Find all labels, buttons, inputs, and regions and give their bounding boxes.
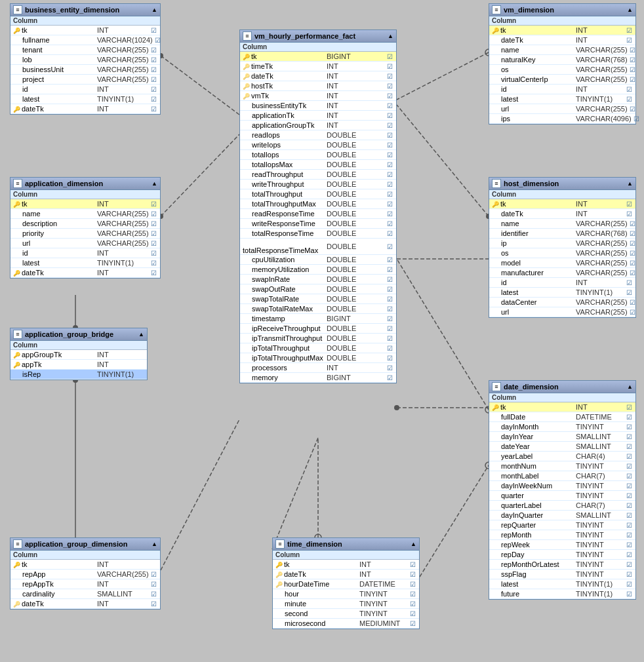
table-row-vm_hourly_performance_fact-24[interactable]: swapOutRateDOUBLE☑ xyxy=(240,284,396,294)
table-row-application_dimension-3[interactable]: descriptionVARCHAR(255)☑ xyxy=(10,219,160,229)
col-check-cell[interactable]: ☑ xyxy=(148,259,159,267)
table-row-vm_dimension-1[interactable]: 🔑tkINT☑ xyxy=(489,26,635,35)
col-check-cell[interactable]: ☑ xyxy=(407,590,418,598)
table-row-host_dimension-11[interactable]: dataCenterVARCHAR(255)☑ xyxy=(489,298,635,307)
table-row-business_entity_dimension-3[interactable]: tenantVARCHAR(255)☑ xyxy=(10,45,160,55)
col-check-cell[interactable]: ☑ xyxy=(384,334,395,342)
col-check-cell[interactable]: ☑ xyxy=(384,275,395,283)
table-row-vm_dimension-4[interactable]: naturalKeyVARCHAR(768)☑ xyxy=(489,55,635,65)
table-row-vm_hourly_performance_fact-25[interactable]: swapTotalRateDOUBLE☑ xyxy=(240,294,396,304)
table-row-host_dimension-4[interactable]: identifierVARCHAR(768)☑ xyxy=(489,229,635,239)
col-check-cell[interactable]: ☑ xyxy=(624,210,634,218)
col-check-cell[interactable]: ☑ xyxy=(624,570,634,578)
table-row-vm_hourly_performance_fact-8[interactable]: applicationGroupTkINT☑ xyxy=(240,121,396,130)
table-row-vm_hourly_performance_fact-15[interactable]: totalThroughputDOUBLE☑ xyxy=(240,189,396,199)
table-row-application_group_dimension-5[interactable]: 🔑dateTkINT☑ xyxy=(10,599,160,609)
col-check-cell[interactable]: ☑ xyxy=(624,452,634,460)
table-row-date_dimension-10[interactable]: quarterTINYINT☑ xyxy=(489,491,635,501)
table-header-host_dimension[interactable]: ≡host_dimension▲ xyxy=(489,178,635,190)
table-row-date_dimension-15[interactable]: repWeekTINYINT☑ xyxy=(489,540,635,550)
col-check-cell[interactable]: ☑ xyxy=(148,105,159,113)
table-row-vm_hourly_performance_fact-26[interactable]: swapTotalRateMaxDOUBLE☑ xyxy=(240,304,396,314)
col-check-cell[interactable]: ☑ xyxy=(628,105,638,113)
col-check-cell[interactable]: ☑ xyxy=(384,190,395,198)
table-header-application_group_bridge[interactable]: ≡application_group_bridge▲ xyxy=(10,328,147,341)
sort-icon-application_group_dimension[interactable]: ▲ xyxy=(151,541,157,547)
col-check-cell[interactable]: ☑ xyxy=(384,52,395,60)
table-row-vm_hourly_performance_fact-22[interactable]: memoryUtilizationDOUBLE☑ xyxy=(240,265,396,275)
table-row-vm_dimension-9[interactable]: urlVARCHAR(255)☑ xyxy=(489,104,635,114)
table-row-date_dimension-2[interactable]: fullDateDATETIME☑ xyxy=(489,412,635,422)
col-check-cell[interactable]: ☑ xyxy=(624,521,634,529)
table-row-business_entity_dimension-2[interactable]: fullnameVARCHAR(1024)☑ xyxy=(10,35,160,45)
table-row-vm_hourly_performance_fact-13[interactable]: readThroughputDOUBLE☑ xyxy=(240,170,396,180)
table-row-vm_dimension-6[interactable]: virtualCenterIpVARCHAR(255)☑ xyxy=(489,75,635,85)
col-check-cell[interactable]: ☑ xyxy=(384,170,395,178)
col-check-cell[interactable]: ☑ xyxy=(149,210,159,218)
table-row-application_dimension-7[interactable]: latestTINYINT(1)☑ xyxy=(10,258,160,268)
col-check-cell[interactable]: ☑ xyxy=(624,590,634,598)
col-check-cell[interactable]: ☑ xyxy=(148,249,159,257)
table-row-date_dimension-11[interactable]: quarterLabelCHAR(7)☑ xyxy=(489,501,635,511)
col-check-cell[interactable]: ☑ xyxy=(624,433,634,440)
table-row-time_dimension-3[interactable]: 🔑hourDateTimeDATETIME☑ xyxy=(273,579,419,589)
table-row-vm_hourly_performance_fact-4[interactable]: 🔑hostTkINT☑ xyxy=(240,81,396,91)
table-row-vm_hourly_performance_fact-23[interactable]: swapInRateDOUBLE☑ xyxy=(240,275,396,284)
sort-icon-date_dimension[interactable]: ▲ xyxy=(627,383,633,390)
table-row-host_dimension-6[interactable]: osVARCHAR(255)☑ xyxy=(489,248,635,258)
table-row-business_entity_dimension-9[interactable]: 🔑dateTkINT☑ xyxy=(10,104,160,114)
col-check-cell[interactable]: ☑ xyxy=(624,288,634,296)
col-check-cell[interactable]: ☑ xyxy=(384,151,395,159)
col-check-cell[interactable]: ☑ xyxy=(407,570,418,578)
col-check-cell[interactable]: ☑ xyxy=(628,229,638,237)
col-check-cell[interactable]: ☑ xyxy=(628,56,638,64)
col-check-cell[interactable]: ☑ xyxy=(384,305,395,313)
table-header-business_entity_dimension[interactable]: ≡business_entity_dimension▲ xyxy=(10,4,160,16)
table-row-date_dimension-12[interactable]: dayInQuarterSMALLINT☑ xyxy=(489,511,635,520)
col-check-cell[interactable]: ☑ xyxy=(624,200,634,208)
col-check-cell[interactable]: ☑ xyxy=(384,285,395,293)
sort-icon-time_dimension[interactable]: ▲ xyxy=(411,541,416,547)
col-check-cell[interactable]: ☑ xyxy=(624,541,634,549)
table-row-date_dimension-7[interactable]: monthNumTINYINT☑ xyxy=(489,461,635,471)
col-check-cell[interactable]: ☑ xyxy=(149,56,159,64)
table-row-application_group_dimension-4[interactable]: cardinalitySMALLINT☑ xyxy=(10,589,160,599)
sort-icon-vm_dimension[interactable]: ▲ xyxy=(627,7,633,13)
table-row-time_dimension-4[interactable]: hourTINYINT☑ xyxy=(273,589,419,599)
col-check-cell[interactable]: ☑ xyxy=(628,66,638,73)
table-row-vm_hourly_performance_fact-20[interactable]: totalResponseTimeMaxDOUBLE☑ xyxy=(240,239,396,255)
col-check-cell[interactable]: ☑ xyxy=(624,279,634,286)
col-check-cell[interactable]: ☑ xyxy=(624,423,634,431)
col-check-cell[interactable]: ☑ xyxy=(407,600,418,608)
table-row-vm_dimension-7[interactable]: idINT☑ xyxy=(489,85,635,94)
col-check-cell[interactable]: ☑ xyxy=(407,580,418,588)
table-row-business_entity_dimension-8[interactable]: latestTINYINT(1)☑ xyxy=(10,94,160,104)
col-check-cell[interactable]: ☑ xyxy=(148,269,159,277)
col-check-cell[interactable]: ☑ xyxy=(624,95,634,103)
table-row-time_dimension-5[interactable]: minuteTINYINT☑ xyxy=(273,599,419,609)
col-check-cell[interactable]: ☑ xyxy=(384,161,395,168)
col-check-cell[interactable]: ☑ xyxy=(384,315,395,322)
table-row-application_group_bridge-3[interactable]: isRepTINYINT(1) xyxy=(10,370,147,380)
table-header-application_group_dimension[interactable]: ≡application_group_dimension▲ xyxy=(10,538,160,551)
col-check-cell[interactable]: ☑ xyxy=(384,364,395,372)
table-header-time_dimension[interactable]: ≡time_dimension▲ xyxy=(273,538,419,551)
table-row-vm_hourly_performance_fact-21[interactable]: cpuUtilizationDOUBLE☑ xyxy=(240,255,396,265)
table-row-time_dimension-7[interactable]: microsecondMEDIUMINT☑ xyxy=(273,619,419,629)
col-check-cell[interactable]: ☑ xyxy=(149,570,159,578)
col-check-cell[interactable]: ☑ xyxy=(384,141,395,149)
table-row-vm_hourly_performance_fact-16[interactable]: totalThroughputMaxDOUBLE☑ xyxy=(240,199,396,209)
table-row-application_group_dimension-1[interactable]: 🔑tkINT xyxy=(10,560,160,570)
col-check-cell[interactable]: ☑ xyxy=(624,492,634,499)
col-check-cell[interactable]: ☑ xyxy=(624,511,634,519)
table-row-business_entity_dimension-6[interactable]: projectVARCHAR(255)☑ xyxy=(10,75,160,85)
table-row-date_dimension-19[interactable]: latestTINYINT(1)☑ xyxy=(489,579,635,589)
table-row-date_dimension-20[interactable]: futureTINYINT(1)☑ xyxy=(489,589,635,599)
table-row-vm_hourly_performance_fact-18[interactable]: writeResponseTimeDOUBLE☑ xyxy=(240,219,396,229)
table-row-vm_hourly_performance_fact-10[interactable]: writeIopsDOUBLE☑ xyxy=(240,140,396,150)
col-check-cell[interactable]: ☑ xyxy=(628,249,638,257)
table-row-vm_dimension-2[interactable]: dateTkINT☑ xyxy=(489,35,635,45)
table-row-date_dimension-6[interactable]: yearLabelCHAR(4)☑ xyxy=(489,452,635,461)
col-check-cell[interactable]: ☑ xyxy=(384,243,395,250)
col-check-cell[interactable]: ☑ xyxy=(624,531,634,539)
